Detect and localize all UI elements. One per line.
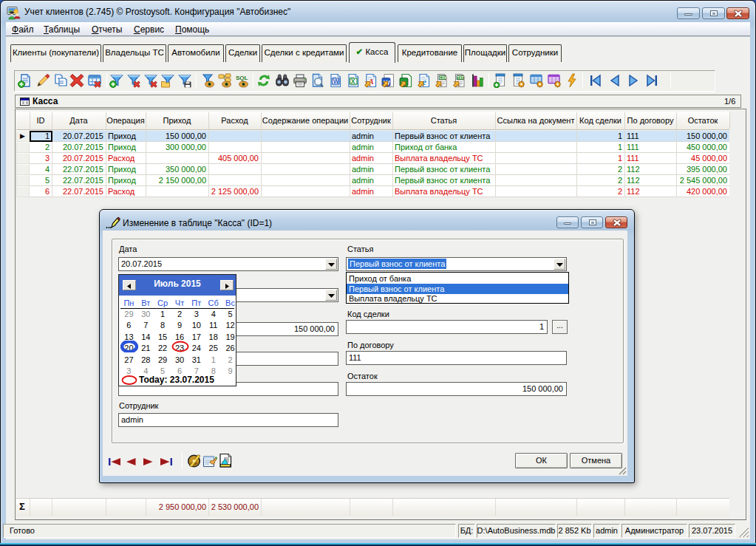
svg-text:SQL: SQL (236, 75, 248, 81)
svg-text:W: W (333, 78, 340, 85)
svg-text:TXT: TXT (457, 76, 464, 80)
svg-text:CSV: CSV (440, 76, 447, 80)
svg-text:X: X (351, 78, 355, 85)
